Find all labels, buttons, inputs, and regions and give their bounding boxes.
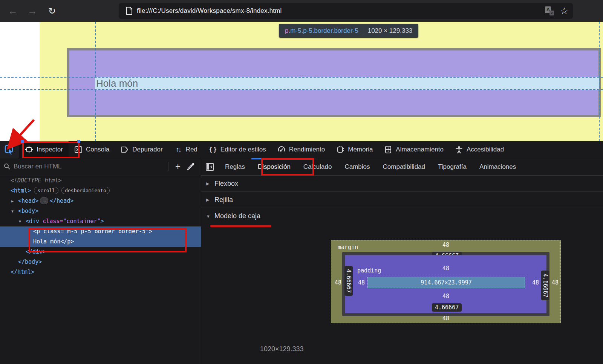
url-bar[interactable]: file:///C:/Users/david/Workspace/smx-8/i… xyxy=(119,3,573,19)
tab-layout[interactable]: Disposición xyxy=(251,158,297,175)
url-text: file:///C:/Users/david/Workspace/smx-8/i… xyxy=(137,7,282,15)
margin-left-value[interactable]: 48 xyxy=(332,279,344,286)
forward-icon[interactable]: → xyxy=(25,3,40,18)
margin-bottom-value[interactable]: 48 xyxy=(331,315,561,322)
translate-icon[interactable]: A z xyxy=(545,6,554,15)
tooltip-divider xyxy=(363,27,363,35)
tree-html[interactable]: <html>scrolldesbordamiento xyxy=(0,186,201,196)
collapse-icon[interactable]: ▼ xyxy=(11,206,18,216)
section-flexbox[interactable]: ▶ Flexbox xyxy=(201,176,603,192)
page-text: Hola món xyxy=(95,78,138,89)
padding-right-value[interactable]: 48 xyxy=(530,279,541,286)
tab-computed[interactable]: Calculado xyxy=(297,158,338,175)
red-underline-boxmodel-annotation xyxy=(210,225,271,227)
tab-storage[interactable]: Almacenamiento xyxy=(378,141,449,158)
tab-animations[interactable]: Animaciones xyxy=(473,158,522,175)
search-icon xyxy=(4,163,11,170)
page-icon xyxy=(125,7,133,15)
expand-icon: ▶ xyxy=(206,197,214,202)
bookmark-star-icon[interactable]: ☆ xyxy=(560,6,568,16)
collapse-icon: ▼ xyxy=(206,214,214,219)
expand-icon[interactable]: ▶ xyxy=(11,196,18,206)
tab-console[interactable]: Consola xyxy=(69,141,115,158)
tooltip-classes: .m-5.p-5.border.border-5 xyxy=(288,27,358,34)
eyedropper-icon xyxy=(187,163,194,170)
border-bottom-value[interactable]: 4.66667 xyxy=(432,303,462,312)
network-icon: ↑↓ xyxy=(174,145,182,154)
padding-left-value[interactable]: 48 xyxy=(356,279,367,286)
boxmodel-total-dimensions: 1020×129.333 xyxy=(260,345,332,353)
browser-chrome: ← → ↻ file:///C:/Users/david/Workspace/s… xyxy=(0,0,603,22)
pick-element-icon xyxy=(4,144,15,155)
style-editor-icon: { } xyxy=(209,145,217,154)
annotation-handle xyxy=(21,140,24,143)
tree-body[interactable]: ▼<body> xyxy=(0,206,201,216)
margin-top-value[interactable]: 48 xyxy=(331,242,561,248)
badge-scroll[interactable]: scroll xyxy=(34,187,58,194)
performance-icon xyxy=(277,145,286,154)
content-highlight: Hola món xyxy=(95,77,599,90)
annotation-handle xyxy=(77,140,80,143)
content-size-value[interactable]: 914.667×23.9997 xyxy=(421,279,471,286)
eyedropper-button[interactable] xyxy=(184,160,197,173)
sidebar-tabs: Reglas Disposición Calculado Cambios Com… xyxy=(201,158,603,176)
section-grid[interactable]: ▶ Rejilla xyxy=(201,192,603,208)
markup-pane: + <!DOCTYPE html> <html>scrolldesbordami… xyxy=(0,158,201,364)
html-tree: <!DOCTYPE html> <html>scrolldesbordamien… xyxy=(0,176,201,277)
tree-html-close[interactable]: </html> xyxy=(0,267,201,277)
inspector-icon xyxy=(25,145,33,154)
tree-head[interactable]: ▶<head>…</head> xyxy=(0,196,201,206)
console-icon xyxy=(74,145,83,154)
tab-rules[interactable]: Reglas xyxy=(219,158,251,175)
tab-changes[interactable]: Cambios xyxy=(338,158,376,175)
tab-fonts[interactable]: Tipografía xyxy=(432,158,473,175)
guide-line-right xyxy=(599,22,600,141)
tab-debugger[interactable]: Depurador xyxy=(115,141,168,158)
pick-element-button[interactable] xyxy=(0,141,19,158)
margin-right-value[interactable]: 48 xyxy=(549,279,561,286)
storage-icon xyxy=(384,145,392,154)
tooltip-dimensions: 1020 × 129.333 xyxy=(368,27,413,35)
tree-doctype[interactable]: <!DOCTYPE html> xyxy=(0,176,201,186)
guide-line-top xyxy=(0,77,603,78)
expand-icon: ▶ xyxy=(206,181,214,186)
screen: ← → ↻ file:///C:/Users/david/Workspace/s… xyxy=(0,0,603,364)
tab-inspector[interactable]: Inspector xyxy=(19,141,69,158)
sidebar-toggle-button[interactable] xyxy=(201,158,219,175)
devtools-toolbar: Inspector Consola Depurador ↑↓ Red { } xyxy=(0,141,603,158)
sidebar-toggle-icon xyxy=(206,163,214,171)
badge-overflow[interactable]: desbordamiento xyxy=(61,187,110,194)
tab-network[interactable]: ↑↓ Red xyxy=(168,141,203,158)
padding-bottom-value[interactable]: 48 xyxy=(345,293,546,300)
tab-memory[interactable]: Memoria xyxy=(331,141,378,158)
tree-div-close[interactable]: </div> xyxy=(0,247,201,257)
selected-node[interactable]: <p class="m-5 p-5 border border-5"> Hola… xyxy=(0,226,201,247)
tab-performance[interactable]: Rendimiento xyxy=(272,141,331,158)
tree-body-close[interactable]: </body> xyxy=(0,257,201,267)
tab-compatibility[interactable]: Compatibilidad xyxy=(376,158,432,175)
reload-icon[interactable]: ↻ xyxy=(44,3,60,18)
tab-accessibility[interactable]: Accesibilidad xyxy=(449,141,510,158)
add-node-button[interactable]: + xyxy=(171,160,184,173)
back-icon[interactable]: ← xyxy=(5,3,20,18)
accessibility-icon xyxy=(455,145,463,154)
search-input[interactable] xyxy=(14,163,165,170)
tree-div-container[interactable]: ▼<div class="container"> xyxy=(0,216,201,226)
boxmodel-content-region: 914.667×23.9997 xyxy=(367,277,525,288)
html-search-bar: + xyxy=(0,158,201,175)
ellipsis-badge[interactable]: … xyxy=(40,197,48,204)
tab-style-editor[interactable]: { } Editor de estilos xyxy=(203,141,272,158)
padding-top-value[interactable]: 48 xyxy=(345,265,546,272)
section-box-model[interactable]: ▼ Modelo de caja xyxy=(201,208,603,224)
guide-line-bottom xyxy=(0,89,603,90)
border-left-value[interactable]: 4.66667 xyxy=(344,266,353,296)
collapse-icon[interactable]: ▼ xyxy=(19,216,26,226)
debugger-icon xyxy=(121,145,129,154)
highlighter-tooltip: p.m-5.p-5.border.border-5 1020 × 129.333 xyxy=(279,24,418,38)
memory-icon xyxy=(336,145,344,154)
page-viewport: Hola món p.m-5.p-5.border.border-5 1020 … xyxy=(0,22,603,141)
search-separator xyxy=(168,162,168,171)
